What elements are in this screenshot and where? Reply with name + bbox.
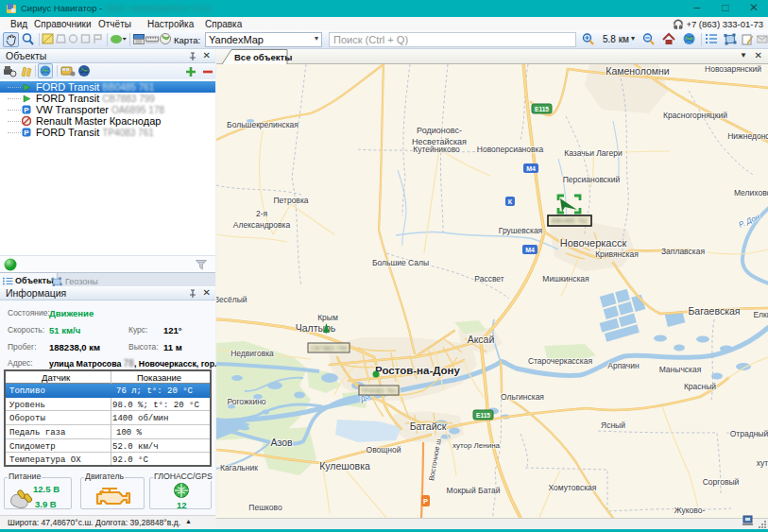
svg-text:Батайск: Батайск [410, 420, 447, 432]
svg-text:Каменоломни: Каменоломни [606, 65, 670, 77]
svg-text:Сорговый: Сорговый [703, 477, 740, 487]
svg-text:Отрадный: Отрадный [730, 429, 768, 438]
svg-text:Ясный: Ясный [601, 420, 625, 430]
svg-text:Заплавская: Заплавская [661, 247, 705, 256]
svg-text:Нижнедонская: Нижнедонская [727, 131, 768, 141]
svg-text:Кривянская: Кривянская [595, 249, 639, 259]
svg-text:Персиановский: Персиановский [563, 175, 621, 184]
svg-text:К: К [508, 198, 513, 205]
svg-text:Рогожкино: Рогожкино [227, 397, 265, 406]
svg-text:Родионовс-: Родионовс- [417, 126, 462, 135]
svg-text:Ростов-на-Дону: Ростов-на-Дону [375, 365, 461, 376]
svg-text:Рассвет: Рассвет [474, 274, 503, 283]
svg-text:ТР4083 761: ТР4083 761 [361, 387, 397, 394]
svg-text:Манычская: Манычская [659, 365, 702, 374]
svg-text:Старочеркасская: Старочеркасская [528, 356, 593, 366]
svg-text:Азов: Азов [270, 437, 293, 448]
svg-text:Мишкинская: Мишкинская [542, 274, 589, 283]
svg-text:М4: М4 [525, 247, 535, 253]
svg-text:Новозарянский: Новозарянский [705, 64, 761, 74]
svg-text:Большие Салы: Большие Салы [372, 258, 429, 267]
svg-text:E115: E115 [476, 412, 490, 419]
svg-text:Красный: Красный [684, 382, 716, 391]
svg-text:Аксай: Аксай [468, 334, 495, 345]
svg-text:Багаевская: Багаевская [688, 305, 740, 317]
svg-text:2-я: 2-я [256, 209, 268, 218]
svg-text:Жуково-: Жуково- [674, 506, 706, 515]
svg-text:Александровка: Александровка [233, 220, 291, 230]
svg-text:Мокрый Батай: Мокрый Батай [447, 486, 501, 495]
svg-text:Овощной: Овощной [367, 445, 401, 455]
svg-text:ВВ0485 761: ВВ0485 761 [552, 217, 589, 224]
svg-text:Кутейниково: Кутейниково [413, 145, 460, 154]
svg-text:Мелиховская: Мелиховская [734, 188, 768, 197]
svg-text:Новоперсиановка: Новоперсиановка [477, 145, 544, 154]
svg-text:Весёлый: Весёлый [216, 295, 247, 304]
svg-text:Петровка: Петровка [273, 196, 308, 205]
svg-text:Р: Р [423, 497, 428, 506]
svg-text:Пешково: Пешково [248, 503, 282, 512]
svg-text:Ольгинская: Ольгинская [501, 392, 544, 402]
svg-text:Недвиговка: Недвиговка [230, 349, 274, 358]
svg-text:P: P [24, 106, 29, 114]
svg-text:Елки: Елки [753, 310, 768, 319]
svg-text:Грушевская: Грушевская [499, 226, 543, 235]
svg-text:хутор Ленина: хутор Ленина [452, 441, 501, 450]
svg-text:Новочеркасск: Новочеркасск [560, 237, 627, 249]
svg-text:СВ7883 799: СВ7883 799 [311, 345, 348, 352]
svg-text:хут: хут [757, 458, 768, 468]
svg-text:Чалтырь: Чалтырь [296, 322, 336, 334]
svg-text:Кулешовка: Кулешовка [319, 460, 370, 472]
svg-text:Кагальник: Кагальник [220, 463, 258, 472]
svg-text:Арпачин: Арпачин [607, 361, 640, 370]
svg-text:P: P [24, 129, 29, 137]
svg-text:Казачьи Лагери: Казачьи Лагери [564, 148, 623, 158]
svg-text:Красногорняцкий: Красногорняцкий [663, 111, 727, 120]
svg-text:E115: E115 [535, 106, 549, 112]
svg-text:Хомутовская: Хомутовская [549, 483, 597, 492]
svg-text:М4: М4 [526, 165, 536, 172]
svg-text:Большекрелинская: Большекрелинская [227, 120, 299, 129]
svg-text:Крым: Крым [317, 313, 338, 322]
